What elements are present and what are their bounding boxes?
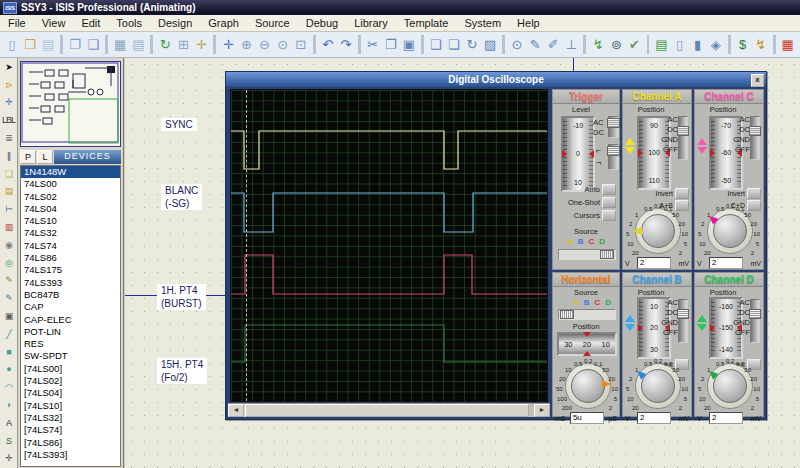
channel-a-gain-knob[interactable]: 0.50.20.1125102050201052 xyxy=(626,206,688,256)
2d-arc-icon[interactable]: ◠ xyxy=(1,378,17,396)
tape-recorder-mode-icon[interactable]: ◉ xyxy=(1,236,17,254)
block-move-icon[interactable]: ❏ xyxy=(445,34,463,55)
2d-symbol-icon[interactable]: S xyxy=(1,432,17,450)
device-list-item[interactable]: [74LS32] xyxy=(21,412,120,424)
schematic-canvas[interactable]: SYNC BLANC(-SG) 1H. PT4(BURST) 15H. PT4(… xyxy=(125,58,800,468)
wire-label-mode-icon[interactable]: LBL xyxy=(1,111,17,129)
device-list-item[interactable]: SW-SPDT xyxy=(21,350,120,362)
trigger-edge-switch[interactable] xyxy=(608,144,619,170)
open-design-icon[interactable]: ❒ xyxy=(21,34,39,55)
separator[interactable] xyxy=(313,35,316,54)
device-list-item[interactable]: CAP-ELEC xyxy=(21,314,120,326)
virtual-instruments-mode-icon[interactable]: ▣ xyxy=(1,307,17,325)
block-rotate-icon[interactable]: ↻ xyxy=(463,34,481,55)
separator[interactable] xyxy=(60,35,63,54)
zoom-area-icon[interactable]: ⊡ xyxy=(292,34,310,55)
search-tag-icon[interactable]: ⊚ xyxy=(607,34,625,55)
property-assignment-icon[interactable]: ✔ xyxy=(625,34,643,55)
menu-file[interactable]: File xyxy=(0,16,34,30)
device-list-item[interactable]: [74LS04] xyxy=(21,387,120,399)
menu-template[interactable]: Template xyxy=(396,16,457,30)
copy-icon[interactable]: ❐ xyxy=(382,34,400,55)
separator[interactable] xyxy=(647,35,650,54)
mark-output-area-icon[interactable]: ▤ xyxy=(129,34,147,55)
menu-debug[interactable]: Debug xyxy=(298,16,346,30)
2d-circle-icon[interactable]: ● xyxy=(1,361,17,379)
redraw-icon[interactable]: ↻ xyxy=(156,34,174,55)
text-script-mode-icon[interactable]: ≣ xyxy=(1,129,17,147)
scrollbar-thumb[interactable] xyxy=(245,404,529,417)
save-design-icon[interactable]: ▤ xyxy=(39,34,57,55)
auto-button[interactable] xyxy=(602,184,616,195)
device-list-item[interactable]: [74LS74] xyxy=(21,424,120,436)
toggle-grid-icon[interactable]: ⊞ xyxy=(174,34,192,55)
device-list-item[interactable]: [74LS10] xyxy=(21,400,120,412)
menu-library[interactable]: Library xyxy=(346,16,396,30)
redo-icon[interactable]: ↷ xyxy=(337,34,355,55)
menu-edit[interactable]: Edit xyxy=(73,16,108,30)
device-list-item[interactable]: 74LS393 xyxy=(21,277,120,289)
device-list-item[interactable]: 74LS86 xyxy=(21,252,120,264)
remove-sheet-icon[interactable]: ▮ xyxy=(689,34,707,55)
channel-b-gain-knob[interactable]: 0.50.20.1125102050201052 xyxy=(626,361,688,411)
device-list-item[interactable]: RES xyxy=(21,338,120,350)
trigger-level-slider[interactable]: -10 0 10 xyxy=(561,116,595,192)
device-list-item[interactable]: 74LS32 xyxy=(21,227,120,239)
zoom-out-icon[interactable]: ⊖ xyxy=(256,34,274,55)
cursors-button[interactable] xyxy=(602,210,616,221)
library-manager-button[interactable]: L xyxy=(37,150,53,164)
menu-tools[interactable]: Tools xyxy=(108,16,150,30)
undo-icon[interactable]: ↶ xyxy=(319,34,337,55)
channel-d-position-arrows[interactable] xyxy=(697,315,707,331)
device-list-item[interactable]: 74LS00 xyxy=(21,178,120,190)
device-pin-mode-icon[interactable]: ⊢ xyxy=(1,200,17,218)
selection-mode-icon[interactable]: ➤ xyxy=(1,58,17,76)
separator[interactable] xyxy=(583,35,586,54)
device-list-item[interactable]: CAP xyxy=(21,301,120,313)
menu-view[interactable]: View xyxy=(34,16,74,30)
separator[interactable] xyxy=(358,35,361,54)
trigger-source-slider[interactable] xyxy=(558,249,616,260)
2d-marker-icon[interactable]: ✛ xyxy=(1,450,17,468)
print-icon[interactable]: ▦ xyxy=(111,34,129,55)
zoom-in-icon[interactable]: ⊕ xyxy=(237,34,255,55)
2d-box-icon[interactable]: ■ xyxy=(1,343,17,361)
subcircuit-mode-icon[interactable]: ❏ xyxy=(1,165,17,183)
channel-b-position-arrows[interactable] xyxy=(625,315,635,331)
device-list-item[interactable]: [74LS86] xyxy=(21,437,120,449)
oscilloscope-titlebar[interactable]: Digital Oscilloscope x xyxy=(226,72,766,87)
terminal-mode-icon[interactable]: ▤ xyxy=(1,183,17,201)
component-mode-icon[interactable]: ⊳ xyxy=(1,76,17,94)
import-section-icon[interactable]: ❐ xyxy=(66,34,84,55)
channel-c-position-arrows[interactable] xyxy=(697,138,707,154)
device-list-item[interactable]: 74LS10 xyxy=(21,215,120,227)
separator[interactable] xyxy=(213,35,216,54)
device-list-item[interactable]: 74LS02 xyxy=(21,191,120,203)
block-delete-icon[interactable]: ▨ xyxy=(481,34,499,55)
channel-a-coupling-switch[interactable] xyxy=(678,116,688,160)
bus-mode-icon[interactable]: ∥ xyxy=(1,147,17,165)
cut-icon[interactable]: ✂ xyxy=(364,34,382,55)
horizontal-position-slider[interactable]: 30 20 10 xyxy=(557,332,617,356)
channel-d-coupling-switch[interactable] xyxy=(750,299,760,343)
separator[interactable] xyxy=(421,35,424,54)
device-list-item[interactable]: 74LS04 xyxy=(21,203,120,215)
packaging-tool-icon[interactable]: ✐ xyxy=(544,34,562,55)
menu-help[interactable]: Help xyxy=(509,16,548,30)
separator[interactable] xyxy=(773,35,776,54)
horizontal-source-slider[interactable] xyxy=(558,309,616,320)
channel-c-coupling-switch[interactable] xyxy=(750,116,760,160)
pick-devices-button[interactable]: P xyxy=(20,150,36,164)
device-list-item[interactable]: 74LS175 xyxy=(21,264,120,276)
channel-d-gain-knob[interactable]: 0.50.20.1125102050201052 xyxy=(698,361,760,411)
2d-text-icon[interactable]: A xyxy=(1,414,17,432)
block-copy-icon[interactable]: ❑ xyxy=(427,34,445,55)
channel-b-coupling-switch[interactable] xyxy=(678,299,688,343)
channel-c-invert-button[interactable] xyxy=(747,188,761,199)
voltage-probe-mode-icon[interactable]: ✎ xyxy=(1,272,17,290)
separator[interactable] xyxy=(502,35,505,54)
scroll-right-button[interactable]: ► xyxy=(534,404,550,417)
device-list-item[interactable]: POT-LIN xyxy=(21,326,120,338)
menu-graph[interactable]: Graph xyxy=(200,16,247,30)
generator-mode-icon[interactable]: ◎ xyxy=(1,254,17,272)
